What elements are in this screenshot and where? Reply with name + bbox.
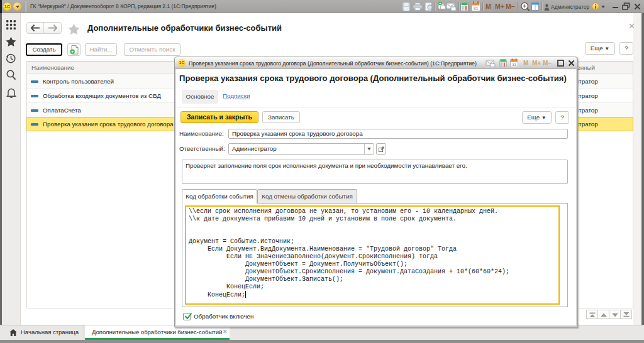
svg-text:31: 31: [474, 6, 479, 11]
svg-text:31: 31: [512, 63, 516, 67]
